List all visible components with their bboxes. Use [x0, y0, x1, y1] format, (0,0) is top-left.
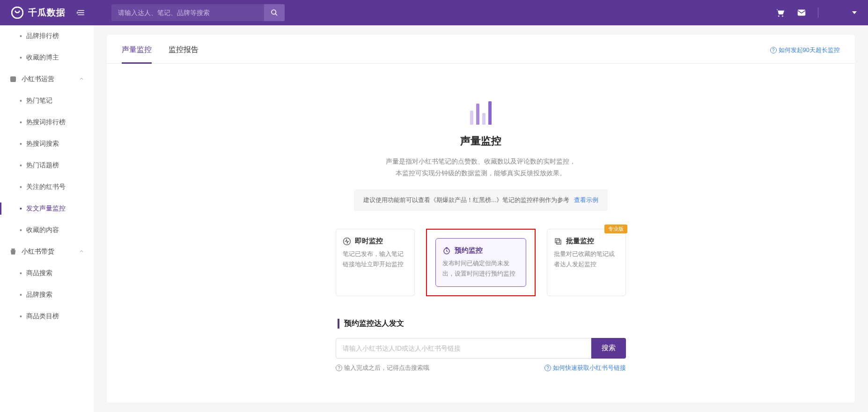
- daren-search-button[interactable]: 搜索: [591, 338, 626, 359]
- sidebar-item-fav-content[interactable]: 收藏的内容: [0, 219, 94, 241]
- monitor-options: 即时监控 笔记已发布，输入笔记链接地址立即开始监控 预约监控 发布时间已确定但尚…: [336, 229, 626, 296]
- option-title: 批量监控: [566, 237, 594, 246]
- brand-name: 千瓜数据: [28, 7, 66, 19]
- caret-down-icon: [852, 11, 857, 14]
- tip-text: 输入完成之后，记得点击搜索哦: [344, 364, 429, 372]
- tab-monitor-report[interactable]: 监控报告: [169, 45, 199, 63]
- tabs: 声量监控 监控报告 ? 如何发起90天超长监控: [107, 35, 855, 64]
- header-divider: [818, 7, 818, 18]
- svg-rect-3: [78, 15, 84, 15]
- hero-illustration: [457, 97, 504, 125]
- logo[interactable]: 千瓜数据: [11, 7, 66, 19]
- highlight-frame: 预约监控 发布时间已确定但尚未发出，设置时间进行预约监控: [426, 229, 536, 296]
- svg-rect-17: [557, 240, 561, 244]
- svg-point-5: [272, 10, 276, 14]
- option-scheduled-monitor[interactable]: 预约监控 发布时间已确定但尚未发出，设置时间进行预约监控: [435, 238, 526, 287]
- pro-badge: 专业版: [604, 225, 627, 233]
- help-icon: ?: [770, 47, 777, 53]
- sidebar-item-product-search[interactable]: 商品搜索: [0, 262, 94, 284]
- tip-left: ? 输入完成之后，记得点击搜索哦: [336, 364, 429, 372]
- menu-collapse-icon: [77, 8, 85, 17]
- search-button[interactable]: [264, 4, 285, 21]
- mail-button[interactable]: [796, 7, 807, 18]
- help-icon: ?: [544, 365, 551, 371]
- user-menu[interactable]: [830, 11, 857, 14]
- hint-box: 建议使用功能前可以查看《期爆款产品！红黑榜...》笔记的监控样例作为参考 查看示…: [354, 189, 608, 211]
- mail-icon: [796, 7, 807, 18]
- svg-rect-9: [798, 10, 806, 16]
- view-example-link[interactable]: 查看示例: [574, 196, 598, 204]
- help-icon: ?: [336, 365, 342, 371]
- hero-title: 声量监控: [336, 134, 626, 148]
- top-header: 千瓜数据: [0, 0, 868, 25]
- option-title: 即时监控: [355, 237, 383, 246]
- tip-text: 如何快速获取小红书号链接: [553, 364, 626, 372]
- option-title: 预约监控: [455, 246, 483, 255]
- content: 声量监控 声量是指对小红书笔记的点赞数、收藏数以及评论数的实时监控， 本监控可实…: [107, 64, 855, 386]
- clock-icon: [442, 247, 451, 255]
- sidebar-group-label: 小红书运营: [22, 75, 54, 83]
- batch-icon: [554, 237, 562, 246]
- sidebar-item-hot-topic-rank[interactable]: 热门话题榜: [0, 155, 94, 176]
- sidebar-group-operation[interactable]: 小红书运营: [0, 68, 94, 90]
- pulse-icon: [343, 237, 351, 246]
- svg-rect-10: [10, 76, 16, 82]
- commerce-icon: [9, 248, 17, 255]
- sidebar-item-fav-blogger[interactable]: 收藏的博主: [0, 47, 94, 68]
- hero-desc-line1: 声量是指对小红书笔记的点赞数、收藏数以及评论数的实时监控，: [336, 156, 626, 167]
- sidebar: 品牌排行榜 收藏的博主 小红书运营 热门笔记 热搜词排行榜 热搜词搜索 热门话题…: [0, 25, 94, 412]
- daren-id-input[interactable]: [336, 338, 591, 359]
- hero-desc-line2: 本监控可实现分钟级的数据监测，能够真实反馈投放效果。: [336, 167, 626, 179]
- svg-line-14: [447, 251, 448, 252]
- help-link-label: 如何发起90天超长监控: [779, 46, 840, 54]
- svg-point-8: [782, 15, 783, 17]
- chevron-up-icon: [79, 248, 84, 255]
- card: 声量监控 监控报告 ? 如何发起90天超长监控 声量监控 声量是指对小红书笔记的…: [107, 35, 855, 403]
- sidebar-group-label: 小红书带货: [22, 247, 54, 256]
- cart-button[interactable]: [775, 7, 785, 18]
- hint-text: 建议使用功能前可以查看《期爆款产品！红黑榜...》笔记的监控样例作为参考: [363, 196, 569, 204]
- option-desc: 笔记已发布，输入笔记链接地址立即开始监控: [343, 249, 408, 270]
- sidebar-item-brand-rank[interactable]: 品牌排行榜: [0, 25, 94, 47]
- cart-icon: [775, 7, 785, 18]
- sidebar-toggle-button[interactable]: [77, 8, 85, 17]
- id-input-row: 搜索: [336, 338, 626, 359]
- search-icon: [271, 9, 278, 16]
- option-instant-monitor[interactable]: 即时监控 笔记已发布，输入笔记链接地址立即开始监控: [336, 229, 415, 296]
- help-link-90day[interactable]: ? 如何发起90天超长监控: [770, 46, 840, 54]
- svg-rect-2: [78, 12, 84, 13]
- operation-icon: [9, 75, 17, 83]
- sidebar-item-hot-word-search[interactable]: 热搜词搜索: [0, 133, 94, 155]
- option-batch-monitor[interactable]: 专业版 批量监控 批量对已收藏的笔记或者达人发起监控: [547, 229, 626, 296]
- hero-description: 声量是指对小红书笔记的点赞数、收藏数以及评论数的实时监控， 本监控可实现分钟级的…: [336, 156, 626, 179]
- svg-marker-4: [77, 11, 78, 14]
- chevron-up-icon: [79, 75, 84, 83]
- svg-rect-16: [555, 239, 559, 243]
- svg-point-7: [778, 15, 780, 17]
- svg-line-6: [275, 14, 277, 15]
- sidebar-item-volume-monitor[interactable]: 发文声量监控: [0, 198, 94, 219]
- logo-icon: [11, 7, 23, 19]
- global-search: [111, 4, 285, 21]
- tip-right-link[interactable]: ? 如何快速获取小红书号链接: [544, 364, 626, 372]
- sidebar-item-brand-search[interactable]: 品牌搜索: [0, 284, 94, 306]
- sidebar-group-commerce[interactable]: 小红书带货: [0, 241, 94, 262]
- tips-row: ? 输入完成之后，记得点击搜索哦 ? 如何快速获取小红书号链接: [336, 364, 626, 372]
- option-desc: 发布时间已确定但尚未发出，设置时间进行预约监控: [442, 259, 519, 279]
- main-content: 声量监控 监控报告 ? 如何发起90天超长监控 声量监控 声量是指对小红书笔记的…: [94, 25, 868, 412]
- sidebar-item-hot-word-rank[interactable]: 热搜词排行榜: [0, 112, 94, 133]
- tab-volume-monitor[interactable]: 声量监控: [122, 45, 152, 63]
- option-desc: 批量对已收藏的笔记或者达人发起监控: [554, 249, 619, 270]
- section-title: 预约监控达人发文: [338, 319, 626, 329]
- search-input[interactable]: [111, 9, 264, 16]
- header-right: [775, 7, 857, 18]
- sidebar-item-category-rank[interactable]: 商品类目榜: [0, 306, 94, 327]
- svg-rect-1: [78, 10, 84, 11]
- sidebar-item-hot-notes[interactable]: 热门笔记: [0, 90, 94, 112]
- sidebar-item-followed-accounts[interactable]: 关注的红书号: [0, 176, 94, 198]
